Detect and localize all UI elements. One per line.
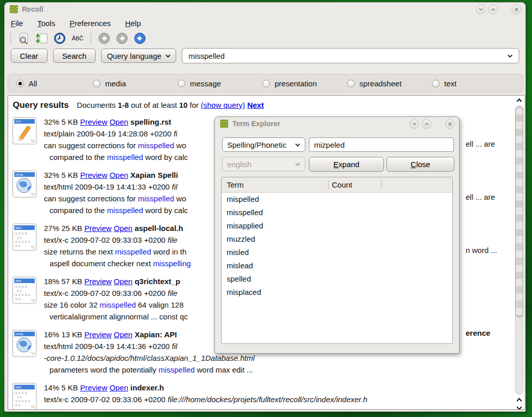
radio-icon[interactable]	[347, 80, 355, 87]
scroll-up-icon[interactable]	[514, 396, 524, 404]
column-count[interactable]: Count	[332, 180, 352, 189]
filter-all[interactable]: All	[8, 79, 93, 88]
result-link[interactable]: Preview	[80, 118, 107, 126]
search-row: Clear Search Query language misspelled	[5, 47, 525, 66]
txt-file-icon: TXT	[12, 117, 37, 146]
term-table-row[interactable]: misapplied	[222, 219, 452, 233]
filter-text[interactable]: text	[432, 79, 517, 88]
maximize-button[interactable]	[488, 5, 498, 14]
result-link[interactable]: Open	[114, 330, 133, 339]
text-segment: text/x-c 2009-07-02 09:33:06 +0200	[44, 395, 167, 404]
term-table-header[interactable]: Term Count	[222, 177, 452, 193]
term-explorer-dialog: Term Explorer Spelling/Phonetic mizpeled	[214, 117, 460, 354]
radio-icon[interactable]	[16, 80, 24, 87]
text-segment: fil	[172, 182, 178, 191]
term-table-row[interactable]: mislead	[222, 259, 452, 272]
scroll-up-icon[interactable]	[514, 96, 524, 104]
chevron-down-icon	[478, 8, 483, 11]
html-file-icon: HTML	[12, 330, 37, 359]
filter-bar: Allmediamessagepresentationspreadsheette…	[8, 74, 523, 92]
term-table-row[interactable]: misspelled	[222, 206, 452, 219]
chevron-down-icon	[165, 54, 171, 58]
result-line: -core-1.0.12/docs/apidoc/html/classXapia…	[44, 352, 525, 364]
close-button[interactable]	[512, 5, 521, 14]
filter-message[interactable]: message	[178, 79, 262, 88]
query-language-select[interactable]: Query language	[101, 49, 176, 63]
expansion-mode-select[interactable]: Spelling/Phonetic	[222, 137, 305, 152]
result-link[interactable]: Open	[109, 118, 128, 126]
text-segment: 14% 5 KB	[44, 383, 80, 392]
text-segment: word by calc	[143, 153, 188, 161]
result-link[interactable]: Preview	[84, 224, 111, 233]
term-table-row[interactable]: misplaced	[222, 286, 452, 299]
search-button[interactable]: Search	[53, 49, 96, 63]
close-icon	[514, 7, 519, 12]
result-link[interactable]: Preview	[80, 171, 107, 179]
menu-file[interactable]: File	[11, 19, 23, 28]
term-explorer-input[interactable]: mizpeled	[309, 137, 454, 152]
maximize-button[interactable]	[422, 119, 431, 129]
svg-text:HTML: HTML	[15, 333, 24, 336]
go-first-icon[interactable]	[98, 32, 111, 45]
history-icon[interactable]	[53, 32, 66, 45]
term-table-row[interactable]: misled	[222, 246, 452, 259]
text-segment: size 16 color 32	[44, 300, 100, 309]
term-explorer-abc-icon[interactable]: ÅBĈ	[71, 32, 84, 45]
column-term[interactable]: Term	[222, 180, 244, 189]
go-forward-icon[interactable]	[133, 32, 147, 45]
radio-icon[interactable]	[93, 80, 101, 87]
advanced-search-icon[interactable]	[17, 32, 31, 45]
result-link[interactable]: Preview	[80, 383, 107, 392]
shade-button[interactable]	[476, 5, 486, 14]
search-input[interactable]: misspelled	[182, 48, 519, 63]
result-link[interactable]: Preview	[84, 277, 111, 286]
svg-text:c c: c c	[15, 296, 20, 301]
shade-button[interactable]	[409, 119, 419, 129]
radio-icon[interactable]	[178, 80, 185, 87]
scrollbar-thumb[interactable]	[515, 107, 523, 317]
text-segment: compared to the	[50, 206, 107, 215]
titlebar[interactable]: Recoll	[5, 3, 525, 16]
filter-presentation[interactable]: presentation	[262, 79, 347, 88]
clear-button[interactable]: Clear	[11, 49, 47, 63]
go-back-icon[interactable]	[115, 32, 129, 45]
svg-text:TXT: TXT	[15, 120, 21, 123]
text-segment: misspelled	[107, 206, 143, 215]
scroll-down-icon[interactable]	[514, 404, 524, 410]
text-segment: fi	[174, 129, 178, 138]
text-segment: misspelled	[115, 247, 151, 256]
text-segment: can suggest corrections for	[44, 141, 138, 150]
text-segment: can suggest corrections for	[44, 194, 138, 203]
menu-preferences[interactable]: Preferences	[69, 19, 111, 28]
result-link[interactable]: Open	[109, 383, 128, 392]
result-link[interactable]: Preview	[84, 330, 111, 339]
result-link[interactable]: (show query)	[201, 101, 245, 109]
text-segment: text/html 2009-04-19 14:41:33 +0200	[44, 182, 172, 191]
svg-text:c c: c c	[15, 243, 20, 248]
text-segment: wo	[174, 141, 186, 150]
dialog-titlebar[interactable]: Term Explorer	[215, 117, 459, 130]
term-table-row[interactable]: muzzled	[222, 233, 452, 246]
close-button[interactable]	[445, 119, 455, 129]
close-dialog-button[interactable]: Close	[386, 157, 454, 172]
expand-button[interactable]: Expand	[309, 157, 384, 172]
text-segment: compared to the	[50, 153, 107, 161]
radio-icon[interactable]	[432, 80, 440, 87]
result-link[interactable]: Next	[247, 101, 264, 109]
result-link[interactable]: Open	[109, 171, 128, 179]
result-link[interactable]: Open	[114, 277, 133, 286]
filter-spreadsheet[interactable]: spreadsheet	[347, 79, 432, 88]
radio-icon[interactable]	[262, 80, 270, 87]
results-scrollbar[interactable]	[514, 96, 524, 408]
menu-tools[interactable]: Tools	[37, 19, 55, 28]
term-table-row[interactable]: spelled	[222, 272, 452, 286]
sort-parameters-icon[interactable]	[35, 32, 49, 45]
close-icon	[448, 122, 452, 126]
filter-media[interactable]: media	[93, 79, 178, 88]
desktop: Recoll FileToolsPreferencesHelp	[0, 0, 532, 417]
menu-help[interactable]: Help	[125, 19, 141, 28]
result-link[interactable]: Open	[114, 224, 133, 233]
result-row: SRCc c c cc cc c c c cc c14% 5 KB Previe…	[8, 382, 525, 410]
text-segment: file	[167, 236, 177, 244]
term-table-row[interactable]: mispelled	[222, 193, 452, 206]
